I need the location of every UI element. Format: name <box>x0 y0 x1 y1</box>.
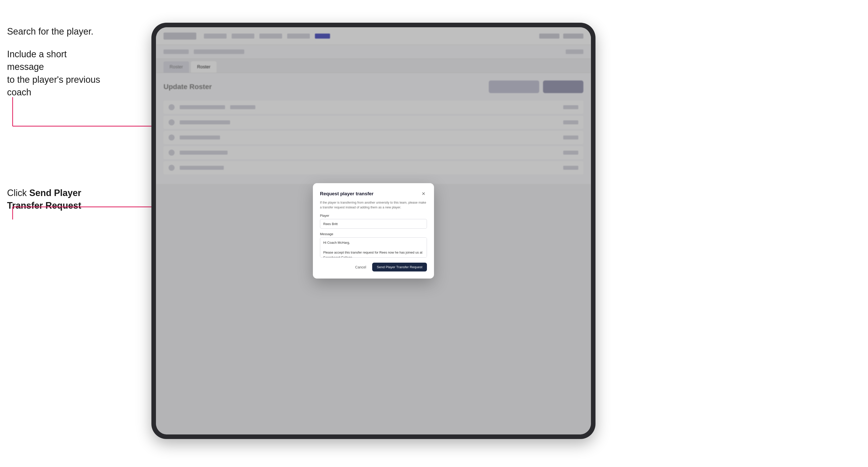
dialog-container: Request player transfer ✕ If the player … <box>313 183 434 279</box>
cancel-button[interactable]: Cancel <box>352 263 370 271</box>
player-label: Player <box>320 214 427 217</box>
dialog-description: If the player is transferring from anoth… <box>320 200 427 210</box>
dialog-close-button[interactable]: ✕ <box>420 190 427 197</box>
player-input[interactable] <box>320 219 427 228</box>
dialog-layer: Request player transfer ✕ If the player … <box>156 27 591 434</box>
annotation-step2: Include a short messageto the player's p… <box>7 48 100 99</box>
annotation-step1: Search for the player. <box>7 25 93 38</box>
tablet-outer: Roster Roster Update Roster <box>151 23 595 439</box>
request-transfer-dialog: Request player transfer ✕ If the player … <box>313 183 434 279</box>
dialog-footer: Cancel Send Player Transfer Request <box>320 262 427 272</box>
message-label: Message <box>320 232 427 236</box>
message-textarea[interactable]: Hi Coach McHarg, Please accept this tran… <box>320 238 427 258</box>
dialog-header: Request player transfer ✕ <box>320 190 427 197</box>
tablet-device: Roster Roster Update Roster <box>151 23 595 439</box>
dialog-title: Request player transfer <box>320 191 373 196</box>
send-transfer-button[interactable]: Send Player Transfer Request <box>372 262 427 272</box>
tablet-screen: Roster Roster Update Roster <box>156 27 591 434</box>
annotation-step3: Click Send Player Transfer Request <box>7 187 113 212</box>
annotation-area: Search for the player. Include a short m… <box>0 0 146 467</box>
